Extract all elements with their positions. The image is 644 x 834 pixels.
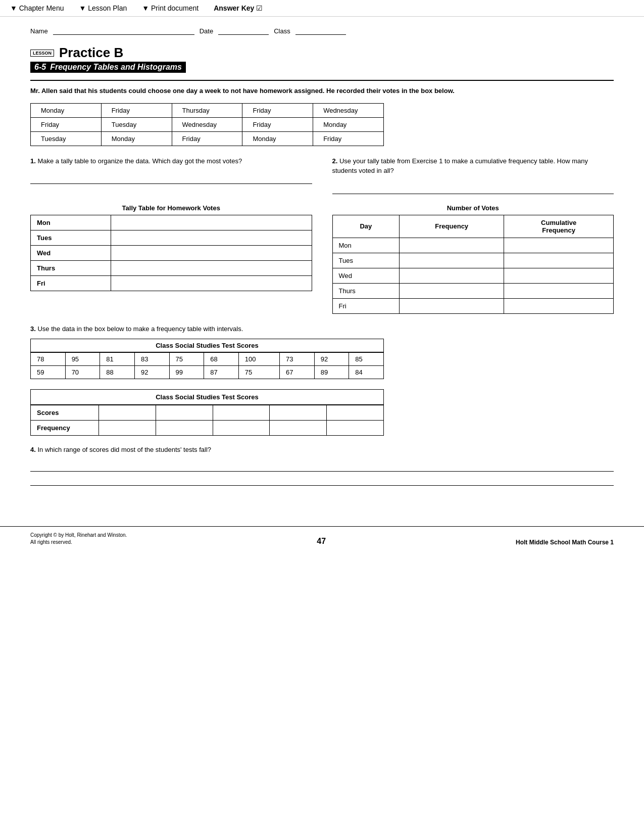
tables-row: Tally Table for Homework Votes Mon Tues … xyxy=(30,204,614,314)
exercise-1-number: 1. xyxy=(30,157,36,165)
votes-cell: Monday xyxy=(242,131,313,146)
cumulative-day-mon: Mon xyxy=(332,238,400,253)
tally-val-thurs[interactable] xyxy=(111,260,312,275)
scores-blank-frequency-row: Frequency xyxy=(31,421,384,436)
votes-cell: Friday xyxy=(242,117,313,131)
score-cell: 81 xyxy=(100,352,135,366)
exercise-2-number: 2. xyxy=(332,157,338,165)
votes-cell: Friday xyxy=(172,131,242,146)
tally-val-mon[interactable] xyxy=(111,215,312,230)
name-label: Name xyxy=(30,27,48,35)
frequency-blank-3[interactable] xyxy=(213,421,270,436)
cumulative-freq-tues[interactable] xyxy=(400,253,504,268)
votes-cell: Tuesday xyxy=(101,117,172,131)
practice-title: Practice B xyxy=(59,45,123,61)
class-field[interactable] xyxy=(295,27,346,35)
frequency-blank-4[interactable] xyxy=(270,421,327,436)
tally-table: Mon Tues Wed Thurs Fri xyxy=(30,215,312,291)
frequency-blank-1[interactable] xyxy=(99,421,156,436)
cumulative-cumfreq-wed[interactable] xyxy=(504,268,614,283)
tally-table-title: Tally Table for Homework Votes xyxy=(30,204,312,212)
exercise-4-answer-line-2[interactable] xyxy=(30,476,614,486)
tally-val-tues[interactable] xyxy=(111,230,312,245)
scores-blank-3[interactable] xyxy=(213,405,270,421)
chapter-menu-link[interactable]: ▼ Chapter Menu xyxy=(10,4,64,12)
tally-val-fri[interactable] xyxy=(111,275,312,291)
print-icon: ▼ xyxy=(142,4,149,12)
score-cell: 68 xyxy=(204,352,239,366)
cumulative-cumfreq-mon[interactable] xyxy=(504,238,614,253)
lesson-icon: ▼ xyxy=(79,4,86,12)
votes-cell: Friday xyxy=(313,131,384,146)
scores-blank-2[interactable] xyxy=(156,405,213,421)
scores-blank-scores-row: Scores xyxy=(31,405,384,421)
exercise-2: 2. Use your tally table from Exercise 1 … xyxy=(332,156,614,194)
print-document-link[interactable]: ▼ Print document xyxy=(142,4,199,12)
cumulative-cumfreq-thurs[interactable] xyxy=(504,283,614,298)
votes-cell: Monday xyxy=(31,103,102,117)
score-cell: 95 xyxy=(65,352,100,366)
class-label: Class xyxy=(274,27,290,35)
scores-label: Scores xyxy=(31,405,99,421)
answer-key-checkbox-icon: ☑ xyxy=(256,4,263,12)
tally-row-mon: Mon xyxy=(31,215,312,230)
scores-blank-1[interactable] xyxy=(99,405,156,421)
exercise-4-text-body: In which range of scores did most of the… xyxy=(37,446,211,453)
answer-key-label: Answer Key xyxy=(214,4,254,12)
score-cell: 85 xyxy=(349,352,384,366)
exercise-4-answer-line[interactable] xyxy=(30,461,614,472)
lesson-plan-label: Lesson Plan xyxy=(88,4,127,12)
score-cell: 73 xyxy=(280,352,315,366)
page-number: 47 xyxy=(317,537,326,546)
lesson-number: 6-5 xyxy=(34,63,46,72)
tally-day-mon: Mon xyxy=(31,215,111,230)
tally-row-wed: Wed xyxy=(31,245,312,260)
cumulative-cumfreq-tues[interactable] xyxy=(504,253,614,268)
votes-cell: Monday xyxy=(313,117,384,131)
subtitle-bar: 6-5 Frequency Tables and Histograms xyxy=(30,62,186,73)
scores-blank-title: Class Social Studies Test Scores xyxy=(31,390,384,405)
exercise-4-number: 4. xyxy=(30,446,36,453)
scores-blank-4[interactable] xyxy=(270,405,327,421)
score-cell: 75 xyxy=(238,366,279,379)
votes-row-1: Monday Friday Thursday Friday Wednesday xyxy=(31,103,384,117)
cumulative-freq-mon[interactable] xyxy=(400,238,504,253)
exercise-2-answer-line[interactable] xyxy=(332,186,614,194)
scores-blank-5[interactable] xyxy=(327,405,384,421)
cumulative-freq-thurs[interactable] xyxy=(400,283,504,298)
cumulative-day-fri: Fri xyxy=(332,298,400,313)
frequency-blank-5[interactable] xyxy=(327,421,384,436)
tally-day-fri: Fri xyxy=(31,275,111,291)
name-field[interactable] xyxy=(53,27,194,35)
cumulative-row-tues: Tues xyxy=(332,253,614,268)
tally-day-thurs: Thurs xyxy=(31,260,111,275)
date-field[interactable] xyxy=(218,27,269,35)
score-cell: 99 xyxy=(169,366,204,379)
score-cell: 92 xyxy=(314,352,349,366)
exercise-1-answer-line[interactable] xyxy=(30,176,312,184)
votes-cell: Wednesday xyxy=(313,103,384,117)
tally-day-wed: Wed xyxy=(31,245,111,260)
frequency-blank-2[interactable] xyxy=(156,421,213,436)
score-cell: 100 xyxy=(238,352,279,366)
votes-cell: Friday xyxy=(31,117,102,131)
lesson-plan-link[interactable]: ▼ Lesson Plan xyxy=(79,4,127,12)
footer: Copyright © by Holt, Rinehart and Winsto… xyxy=(0,526,644,551)
votes-row-2: Friday Tuesday Wednesday Friday Monday xyxy=(31,117,384,131)
chapter-menu-label: Chapter Menu xyxy=(19,4,64,12)
cumulative-freq-fri[interactable] xyxy=(400,298,504,313)
tally-val-wed[interactable] xyxy=(111,245,312,260)
cumulative-freq-wed[interactable] xyxy=(400,268,504,283)
cumulative-day-thurs: Thurs xyxy=(332,283,400,298)
scores-blank-table: Class Social Studies Test Scores Scores … xyxy=(30,389,384,436)
chapter-icon: ▼ xyxy=(10,4,17,12)
lesson-box: LESSON xyxy=(30,50,54,57)
tally-row-fri: Fri xyxy=(31,275,312,291)
answer-key-item: Answer Key ☑ xyxy=(214,4,263,12)
exercise-3-section: 3. Use the data in the box below to make… xyxy=(30,324,614,436)
frequency-label: Frequency xyxy=(31,421,99,436)
exercises-row: 1. Make a tally table to organize the da… xyxy=(30,156,614,194)
cumulative-cumfreq-fri[interactable] xyxy=(504,298,614,313)
votes-cell: Friday xyxy=(242,103,313,117)
subtitle-text: Frequency Tables and Histograms xyxy=(50,63,182,72)
